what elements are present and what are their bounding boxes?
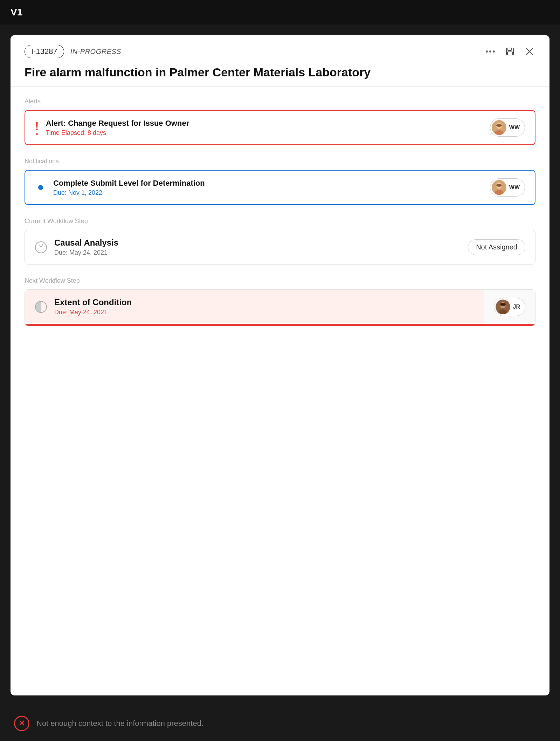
- more-options-button[interactable]: [484, 49, 496, 54]
- current-workflow-title: Causal Analysis: [54, 238, 118, 248]
- notifications-label: Notifications: [25, 158, 535, 165]
- svg-point-12: [496, 184, 502, 187]
- bottom-bar-message: Not enough context to the information pr…: [36, 719, 203, 728]
- next-workflow-assignee-badge[interactable]: JR: [494, 298, 525, 316]
- alert-card: ! Alert: Change Request for Issue Owner …: [25, 110, 535, 145]
- alerts-label: Alerts: [25, 98, 535, 105]
- notif-card-left: Complete Submit Level for Determination …: [35, 179, 205, 197]
- next-workflow-card: Extent of Condition Due: May 24, 2021: [25, 289, 535, 326]
- card-body: Alerts ! Alert: Change Request for Issue…: [11, 87, 549, 350]
- svg-rect-2: [507, 52, 512, 55]
- clock-icon: [35, 241, 47, 254]
- notif-assignee-badge[interactable]: WW: [490, 178, 525, 197]
- next-workflow-left: Extent of Condition Due: May 24, 2021: [25, 290, 484, 324]
- progress-bar: [25, 324, 535, 326]
- avatar-ww2-img: [492, 180, 506, 195]
- alerts-section: Alerts ! Alert: Change Request for Issue…: [25, 98, 535, 145]
- close-icon: [525, 47, 534, 56]
- current-workflow-section: Current Workflow Step Causal Analysis Du…: [25, 218, 535, 265]
- notifications-section: Notifications Complete Submit Level for …: [25, 158, 535, 205]
- alert-title: Alert: Change Request for Issue Owner: [46, 119, 189, 128]
- three-dots-icon: [486, 50, 495, 53]
- avatar-jr-img: [496, 300, 510, 314]
- bottom-bar: ✕ Not enough context to the information …: [0, 706, 560, 741]
- current-workflow-label: Current Workflow Step: [25, 218, 535, 225]
- alert-card-left: ! Alert: Change Request for Issue Owner …: [35, 119, 189, 137]
- top-bar: V1: [0, 0, 560, 25]
- next-workflow-due: Due: May 24, 2021: [54, 309, 132, 316]
- error-icon: ✕: [14, 716, 29, 731]
- alert-assignee-avatar: [492, 120, 506, 135]
- not-assigned-badge[interactable]: Not Assigned: [468, 239, 525, 255]
- half-clock-icon: [35, 301, 47, 313]
- save-button[interactable]: [504, 46, 516, 57]
- notification-card: Complete Submit Level for Determination …: [25, 170, 535, 205]
- header-actions: [484, 46, 535, 57]
- next-workflow-title: Extent of Condition: [54, 297, 132, 307]
- current-workflow-due: Due: May 24, 2021: [54, 249, 118, 256]
- alert-subtitle: Time Elapsed: 8 days: [46, 129, 189, 137]
- notif-assignee-avatar: [492, 180, 506, 195]
- next-workflow-card-inner: Extent of Condition Due: May 24, 2021: [25, 290, 535, 324]
- next-workflow-label: Next Workflow Step: [25, 277, 535, 284]
- x-icon: ✕: [19, 719, 25, 728]
- svg-point-17: [501, 303, 505, 305]
- card-header: I-13287 IN-PROGRESS: [11, 35, 549, 87]
- svg-rect-1: [508, 48, 511, 50]
- avatar-ww-img: [492, 120, 506, 135]
- alert-assignee-initials: WW: [509, 124, 520, 131]
- next-workflow-avatar: [496, 300, 510, 314]
- notif-subtitle: Due: Nov 1, 2022: [53, 189, 205, 197]
- card-header-top: I-13287 IN-PROGRESS: [25, 45, 535, 58]
- notif-text: Complete Submit Level for Determination …: [53, 179, 205, 197]
- alert-assignee-badge[interactable]: WW: [490, 118, 525, 137]
- main-card: I-13287 IN-PROGRESS: [11, 35, 549, 695]
- app-version: V1: [11, 7, 22, 18]
- card-title: Fire alarm malfunction in Palmer Center …: [25, 64, 535, 80]
- alert-exclamation-icon: !: [35, 121, 39, 135]
- close-button[interactable]: [524, 46, 535, 57]
- next-workflow-assignee-initials: JR: [513, 304, 520, 310]
- svg-point-8: [496, 124, 502, 127]
- header-left: I-13287 IN-PROGRESS: [25, 45, 121, 58]
- save-icon: [505, 47, 514, 56]
- notif-dot-icon: [35, 182, 46, 193]
- next-workflow-right: JR: [484, 290, 535, 324]
- current-workflow-card: Causal Analysis Due: May 24, 2021 Not As…: [25, 230, 535, 265]
- current-workflow-left: Causal Analysis Due: May 24, 2021: [35, 238, 118, 256]
- alert-text: Alert: Change Request for Issue Owner Ti…: [46, 119, 189, 137]
- next-workflow-section: Next Workflow Step Extent of Condition D…: [25, 277, 535, 326]
- notif-assignee-initials: WW: [509, 184, 520, 191]
- current-workflow-text: Causal Analysis Due: May 24, 2021: [54, 238, 118, 256]
- issue-id-badge: I-13287: [25, 45, 64, 58]
- notif-title: Complete Submit Level for Determination: [53, 179, 205, 188]
- status-label: IN-PROGRESS: [70, 48, 122, 56]
- next-workflow-text: Extent of Condition Due: May 24, 2021: [54, 297, 132, 316]
